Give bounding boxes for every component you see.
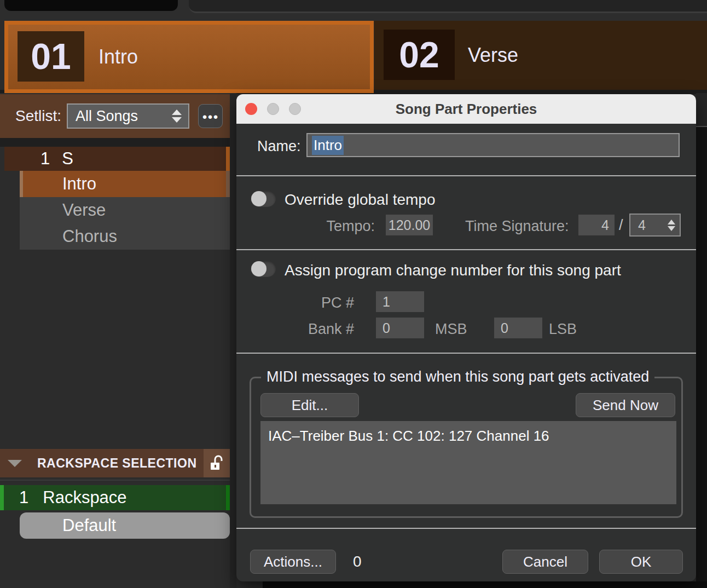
stepper-arrows-icon[interactable] — [668, 220, 675, 231]
pc-number-label: PC # — [302, 295, 354, 312]
separator — [236, 175, 696, 176]
rackspace-selection-title: RACKSPACE SELECTION — [37, 449, 197, 477]
name-input[interactable]: Intro — [306, 133, 680, 157]
song-part-properties-dialog: Song Part Properties Name: Intro Overrid… — [236, 94, 696, 581]
ok-button[interactable]: OK — [599, 550, 683, 574]
song-selected-indicator — [226, 147, 230, 171]
override-tempo-label: Override global tempo — [285, 191, 435, 209]
song-list-item[interactable]: 1 S — [4, 147, 226, 171]
cancel-button[interactable]: Cancel — [502, 550, 588, 574]
rackspace-selection-header[interactable]: RACKSPACE SELECTION — [0, 449, 230, 477]
song-part-list-item-chorus[interactable]: Chorus — [20, 223, 230, 250]
time-signature-label: Time Signature: — [465, 218, 569, 235]
separator — [236, 353, 696, 354]
lsb-label: LSB — [549, 321, 577, 338]
setlist-sidebar: Setlist: All Songs ●●● 1 S Intro Verse C… — [0, 93, 230, 588]
song-part-name: Verse — [468, 21, 518, 90]
bank-lsb-input[interactable]: 0 — [494, 318, 542, 338]
song-part-number: 01 — [18, 31, 84, 82]
midi-messages-group: MIDI messages to send when this song par… — [250, 377, 683, 518]
part-label: Intro — [23, 174, 96, 194]
tempo-label: Tempo: — [302, 218, 375, 235]
name-value: Intro — [312, 136, 344, 155]
pc-number-input[interactable]: 1 — [376, 291, 424, 312]
part-label: Verse — [20, 200, 106, 220]
variation-name: Default — [20, 516, 116, 535]
time-signature-denominator-stepper[interactable]: 4 — [629, 214, 681, 237]
setlist-dropdown-value: All Songs — [68, 108, 172, 125]
song-part-name: Intro — [98, 25, 138, 89]
updown-arrows-icon — [172, 109, 182, 123]
stepper-down-icon — [668, 226, 675, 231]
sidebar-divider — [0, 138, 230, 147]
top-right-panel — [189, 0, 707, 13]
override-tempo-toggle[interactable] — [251, 191, 276, 207]
song-number: 1 — [40, 149, 50, 169]
backdrop — [696, 93, 707, 127]
variation-list-item[interactable]: Default — [20, 512, 230, 539]
setlist-dropdown[interactable]: All Songs — [67, 103, 189, 129]
sidebar-divider — [0, 480, 230, 481]
song-part-number: 02 — [384, 30, 455, 80]
song-part-list-item-intro[interactable]: Intro — [20, 171, 230, 197]
actions-button[interactable]: Actions... — [250, 550, 336, 574]
unlock-icon — [209, 454, 224, 472]
backdrop — [263, 581, 707, 588]
midi-message-list[interactable]: IAC–Treiber Bus 1: CC 102: 127 Channel 1… — [260, 421, 676, 504]
sidebar-right-gap — [230, 93, 236, 588]
app-screen: 01 Intro 02 Verse Setlist: All Songs ●●●… — [0, 0, 707, 588]
msb-label: MSB — [435, 321, 467, 338]
setlist-bar: Setlist: All Songs ●●● — [0, 94, 230, 138]
assign-pc-label: Assign program change number for this so… — [285, 262, 621, 279]
rackspace-number: 1 — [19, 488, 28, 508]
setlist-more-button[interactable]: ●●● — [198, 104, 223, 128]
stepper-up-icon — [668, 220, 675, 224]
assign-pc-toggle[interactable] — [251, 261, 276, 277]
setlist-label: Setlist: — [15, 94, 61, 138]
dialog-titlebar[interactable]: Song Part Properties — [236, 94, 696, 124]
edit-button[interactable]: Edit... — [260, 393, 359, 417]
separator — [236, 528, 696, 529]
disclosure-triangle-icon — [8, 460, 22, 467]
rackspace-name: Rackspace — [43, 488, 126, 508]
time-signature-slash: / — [619, 217, 623, 234]
bank-number-label: Bank # — [295, 321, 354, 338]
bank-msb-input[interactable]: 0 — [376, 318, 424, 338]
top-left-panel — [4, 0, 178, 11]
send-now-button[interactable]: Send Now — [576, 393, 675, 417]
toggle-knob — [251, 261, 266, 276]
midi-message-item[interactable]: IAC–Treiber Bus 1: CC 102: 127 Channel 1… — [260, 421, 676, 451]
song-part-list-item-verse[interactable]: Verse — [20, 197, 230, 223]
song-part-button-01[interactable]: 01 Intro — [4, 21, 374, 93]
midi-messages-group-title: MIDI messages to send when this song par… — [261, 368, 654, 385]
part-label: Chorus — [20, 227, 117, 246]
dialog-title: Song Part Properties — [236, 94, 696, 124]
song-part-button-02[interactable]: 02 Verse — [374, 21, 707, 90]
rackspace-list-item[interactable]: 1 Rackspace — [0, 485, 230, 510]
toggle-knob — [251, 191, 266, 206]
tempo-input[interactable]: 120.00 — [386, 215, 433, 235]
separator — [236, 249, 696, 250]
time-signature-numerator-input[interactable]: 4 — [578, 215, 615, 235]
actions-count: 0 — [353, 553, 362, 570]
song-title: S — [62, 149, 73, 169]
lock-button[interactable] — [204, 449, 230, 477]
name-label: Name: — [257, 138, 301, 155]
time-signature-denominator-value: 4 — [630, 217, 668, 233]
backdrop — [696, 127, 707, 588]
